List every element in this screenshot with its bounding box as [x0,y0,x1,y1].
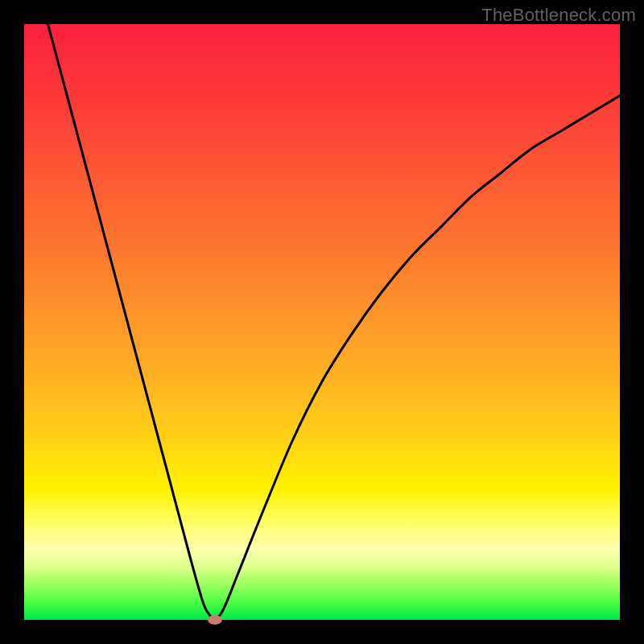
chart-frame: TheBottleneck.com [0,0,644,644]
bottleneck-curve [24,24,620,620]
optimal-point-marker [208,615,222,625]
plot-area [24,24,620,620]
watermark-text: TheBottleneck.com [481,5,636,26]
